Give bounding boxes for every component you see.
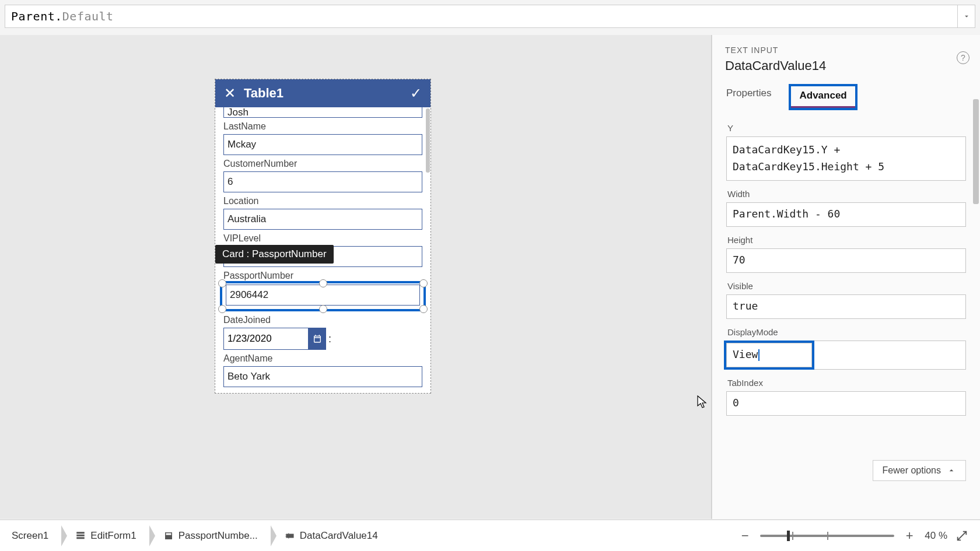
field-input-passportnumber[interactable]: 2906442 bbox=[226, 285, 420, 306]
textinput-icon bbox=[285, 531, 295, 541]
prop-input-displaymode-rest[interactable] bbox=[814, 341, 966, 370]
prop-label-y: Y bbox=[727, 123, 966, 133]
control-type-label: TEXT INPUT bbox=[725, 45, 967, 55]
control-name: DataCardValue14 bbox=[725, 58, 967, 73]
zoom-out-button[interactable]: − bbox=[738, 528, 752, 543]
field-agentname: AgentName Beto Yark bbox=[223, 353, 422, 387]
resize-handle[interactable] bbox=[319, 279, 327, 287]
tab-advanced[interactable]: Advanced bbox=[791, 86, 855, 108]
field-label: DateJoined bbox=[223, 315, 422, 325]
field-datejoined: DateJoined 1/23/2020 : bbox=[223, 315, 422, 350]
chevron-down-icon bbox=[963, 12, 971, 20]
expand-icon[interactable] bbox=[956, 529, 968, 542]
prop-label-visible: Visible bbox=[727, 281, 966, 291]
zoom-tick bbox=[792, 532, 793, 540]
field-customernumber: CustomerNumber 6 bbox=[223, 159, 422, 192]
crumb-screen[interactable]: Screen1 bbox=[6, 525, 61, 546]
zoom-slider[interactable] bbox=[760, 535, 894, 537]
field-input-lastname[interactable]: Mckay bbox=[223, 134, 422, 155]
field-viplevel: VIPLevel Card : PassportNumber bbox=[223, 233, 422, 267]
field-input-firstname[interactable]: Josh bbox=[223, 107, 422, 118]
formula-bar: Parent.Default bbox=[0, 5, 980, 28]
help-icon[interactable]: ? bbox=[957, 51, 970, 64]
selected-control[interactable]: 2906442 bbox=[220, 281, 426, 311]
canvas-area: ✕ Table1 ✓ Josh LastName Mckay CustomerN… bbox=[0, 35, 712, 519]
zoom-controls: − + 40 % bbox=[738, 528, 974, 543]
zoom-thumb[interactable] bbox=[787, 531, 790, 541]
time-separator: : bbox=[328, 333, 331, 345]
card-icon bbox=[163, 531, 174, 541]
resize-handle[interactable] bbox=[319, 305, 327, 313]
crumb-card[interactable]: PassportNumbe... bbox=[158, 525, 271, 546]
properties-panel: TEXT INPUT DataCardValue14 ? Properties … bbox=[712, 35, 980, 519]
crumb-editform[interactable]: EditForm1 bbox=[69, 525, 149, 546]
field-input-location[interactable]: Australia bbox=[223, 209, 422, 230]
prop-label-height: Height bbox=[727, 235, 966, 245]
resize-handle[interactable] bbox=[419, 279, 428, 287]
formula-scope: Parent bbox=[11, 9, 55, 23]
prop-input-width[interactable]: Parent.Width - 60 bbox=[726, 202, 966, 227]
prop-input-tabindex[interactable]: 0 bbox=[726, 391, 966, 416]
field-lastname: LastName Mckay bbox=[223, 121, 422, 155]
resize-handle[interactable] bbox=[419, 305, 428, 313]
form-title: Table1 bbox=[244, 86, 284, 101]
field-input-viplevel[interactable] bbox=[223, 246, 422, 267]
zoom-tick bbox=[827, 532, 828, 540]
tab-advanced-highlight: Advanced bbox=[789, 84, 857, 110]
field-label: VIPLevel bbox=[223, 233, 422, 244]
resize-handle[interactable] bbox=[218, 279, 226, 287]
breadcrumb-bar: Screen1 EditForm1 PassportNumbe... DataC… bbox=[0, 520, 980, 551]
formula-prop: Default bbox=[62, 9, 114, 23]
advanced-properties: Y DataCardKey15.Y + DataCardKey15.Height… bbox=[712, 110, 980, 483]
field-input-agentname[interactable]: Beto Yark bbox=[223, 366, 422, 387]
field-label: Location bbox=[223, 196, 422, 206]
prop-label-width: Width bbox=[727, 189, 966, 199]
zoom-in-button[interactable]: + bbox=[902, 528, 916, 543]
phone-preview: ✕ Table1 ✓ Josh LastName Mckay CustomerN… bbox=[215, 79, 431, 394]
field-label: CustomerNumber bbox=[223, 159, 422, 169]
fewer-options-button[interactable]: Fewer options bbox=[873, 460, 967, 481]
prop-input-y[interactable]: DataCardKey15.Y + DataCardKey15.Height +… bbox=[726, 136, 966, 181]
field-label: AgentName bbox=[223, 353, 422, 364]
field-passportnumber: PassportNumber 2906442 bbox=[223, 271, 422, 311]
zoom-percent: 40 % bbox=[925, 530, 947, 542]
prop-label-displaymode: DisplayMode bbox=[727, 327, 966, 337]
prop-label-tabindex: TabIndex bbox=[727, 378, 966, 388]
field-label: LastName bbox=[223, 121, 422, 132]
form-header: ✕ Table1 ✓ bbox=[215, 79, 430, 107]
check-icon[interactable]: ✓ bbox=[410, 85, 422, 101]
resize-handle[interactable] bbox=[218, 305, 226, 313]
form-body: Josh LastName Mckay CustomerNumber 6 Loc… bbox=[215, 107, 430, 393]
tab-properties[interactable]: Properties bbox=[725, 84, 772, 110]
field-input-datejoined[interactable]: 1/23/2020 bbox=[223, 328, 309, 350]
scrollbar-thumb[interactable] bbox=[426, 108, 430, 173]
displaymode-highlight: View bbox=[724, 341, 814, 370]
field-input-customernumber[interactable]: 6 bbox=[223, 171, 422, 192]
panel-tabs: Properties Advanced bbox=[725, 84, 980, 110]
panel-scrollbar[interactable] bbox=[973, 99, 979, 204]
crumb-datacardvalue[interactable]: DataCardValue14 bbox=[279, 525, 386, 546]
prop-input-displaymode[interactable]: View bbox=[726, 343, 812, 367]
prop-input-visible[interactable]: true bbox=[726, 294, 966, 319]
calendar-button[interactable] bbox=[309, 328, 326, 350]
close-icon[interactable]: ✕ bbox=[224, 85, 236, 101]
formula-dropdown[interactable] bbox=[958, 5, 975, 28]
chevron-up-icon bbox=[947, 466, 956, 475]
field-location: Location Australia bbox=[223, 196, 422, 230]
prop-input-height[interactable]: 70 bbox=[726, 248, 966, 273]
calendar-icon bbox=[313, 334, 322, 343]
formula-input[interactable]: Parent.Default bbox=[5, 5, 958, 28]
form-icon bbox=[75, 531, 86, 541]
field-firstname: Josh bbox=[223, 107, 422, 118]
